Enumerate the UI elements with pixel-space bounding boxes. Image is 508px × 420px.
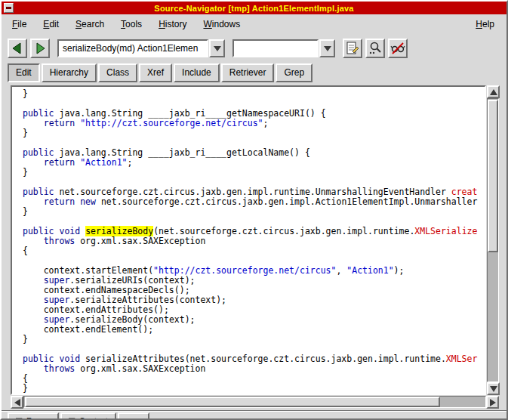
status-tab-context[interactable]: Context [60, 412, 116, 420]
menubar: FileEditSearchToolsHistoryWindowsHelp [2, 14, 506, 34]
titlebar[interactable]: Source-Navigator [tmp] Action1ElementImp… [2, 2, 506, 14]
retriever-button[interactable] [388, 39, 408, 58]
search-combobox [232, 39, 335, 57]
back-arrow-icon [11, 42, 24, 55]
tab-include[interactable]: Include [174, 63, 220, 82]
code-line: } [23, 384, 485, 394]
chevron-down-icon [214, 46, 221, 51]
menu-item-file[interactable]: File [9, 17, 29, 32]
menu-item-search[interactable]: Search [72, 17, 107, 32]
code-line: context.endElement(); [23, 325, 485, 335]
code-line: } [23, 128, 485, 138]
code-line: } [23, 207, 485, 217]
horizontal-scrollbar [11, 396, 499, 408]
tab-retriever[interactable]: Retriever [221, 63, 275, 82]
symbol-combo-dropdown-button[interactable] [209, 39, 225, 57]
symbol-combo-value[interactable]: serializeBody(md) Action1Elemen [57, 39, 208, 57]
search-combo-value[interactable] [232, 39, 319, 57]
arrow-left-icon [14, 399, 20, 406]
app-window: Source-Navigator [tmp] Action1ElementImp… [0, 0, 508, 420]
menu-item-windows[interactable]: Windows [200, 17, 243, 32]
status-tab-label: Context [79, 416, 108, 420]
search-combo-dropdown-button[interactable] [319, 39, 335, 57]
scroll-right-button[interactable] [486, 396, 499, 409]
tab-hierarchy[interactable]: Hierarchy [42, 63, 97, 82]
arrow-down-icon [490, 386, 497, 392]
vscroll-thumb[interactable] [488, 100, 498, 252]
status-tab-label: Reuse [26, 416, 51, 420]
window-title: Source-Navigator [tmp] Action1ElementImp… [154, 4, 353, 13]
hscroll-trough[interactable] [23, 396, 486, 408]
search-button[interactable] [365, 39, 385, 58]
search-icon [368, 41, 383, 56]
menu-item-help[interactable]: Help [473, 17, 497, 32]
vertical-scrollbar [487, 85, 499, 395]
forward-arrow-icon [33, 42, 47, 55]
code-area[interactable]: } public java.lang.String ____jaxb_ri___… [11, 85, 486, 395]
tab-grep[interactable]: Grep [276, 63, 312, 82]
reuse-indicator [16, 418, 23, 420]
arrow-right-icon [490, 399, 496, 406]
toolbar-icon-group [343, 39, 408, 58]
toolbar: serializeBody(md) Action1Elemen [2, 34, 506, 63]
editor-area: } public java.lang.String ____jaxb_ri___… [11, 85, 499, 408]
statusbar: ReuseContext [2, 410, 506, 420]
tab-edit[interactable]: Edit [8, 63, 40, 82]
back-button[interactable] [8, 39, 27, 58]
scroll-left-button[interactable] [11, 396, 23, 409]
retriever-glasses-icon [390, 41, 405, 56]
tab-xref[interactable]: Xref [139, 63, 172, 82]
code-line: return new net.sourceforge.czt.circus.ja… [23, 197, 485, 207]
code-line: return "http://czt.sourceforge.net/circu… [23, 119, 485, 128]
menu-item-edit[interactable]: Edit [40, 17, 62, 32]
arrow-up-icon [490, 89, 497, 95]
code-line: } [23, 89, 485, 99]
code-line: { [23, 374, 485, 384]
vscroll-trough[interactable] [487, 98, 499, 382]
edit-file-button[interactable] [343, 39, 362, 58]
code-line: return "Action1"; [23, 158, 485, 168]
code-line: throws org.xml.sax.SAXException [23, 236, 485, 246]
menu-item-tools[interactable]: Tools [118, 17, 145, 32]
code-line: { [23, 246, 485, 256]
context-indicator [69, 418, 75, 420]
window-menu-icon[interactable] [4, 3, 14, 13]
hscroll-thumb[interactable] [25, 397, 440, 407]
code-line: throws org.xml.sax.SAXException [23, 364, 485, 374]
tabbar: EditHierarchyClassXrefIncludeRetrieverGr… [2, 63, 506, 82]
chevron-down-icon [324, 46, 331, 51]
tab-class[interactable]: Class [98, 63, 137, 82]
code-line: } [23, 168, 485, 178]
window-menu-glyph [6, 7, 11, 9]
forward-button[interactable] [30, 39, 50, 58]
code-line: } [23, 335, 485, 344]
statusbar-spacer-tab [118, 412, 149, 420]
menu-item-history[interactable]: History [155, 17, 189, 32]
edit-file-icon [345, 41, 360, 56]
scroll-down-button[interactable] [487, 382, 500, 395]
symbol-combobox: serializeBody(md) Action1Elemen [57, 39, 225, 57]
scroll-up-button[interactable] [487, 85, 500, 98]
status-tab-reuse[interactable]: Reuse [8, 412, 59, 420]
